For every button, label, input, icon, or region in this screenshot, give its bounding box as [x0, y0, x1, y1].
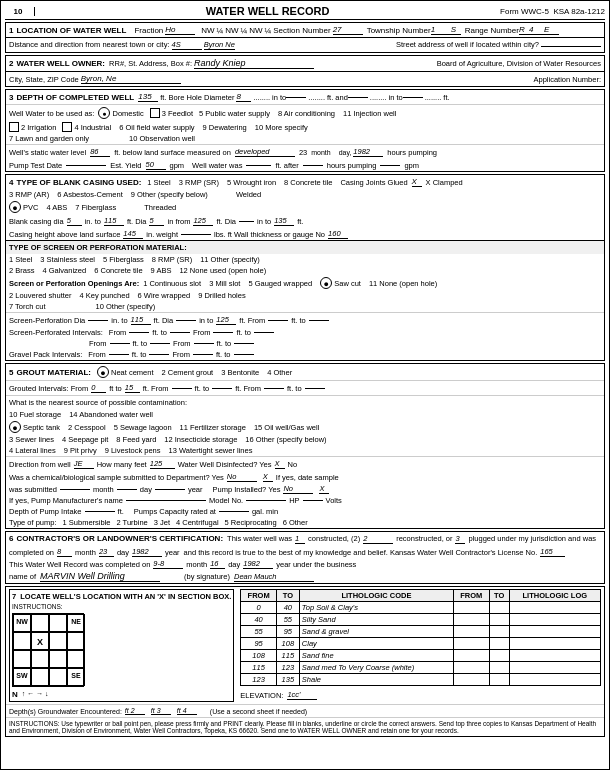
- day-label-s: day: [140, 485, 152, 494]
- contamination-row5: 4 Lateral lines 9 Pit privy 9 Livestock …: [6, 445, 604, 456]
- feed-yard: 8 Feed yard: [116, 435, 156, 444]
- gravel-to1: ft. to: [132, 350, 147, 359]
- footer-text: INSTRUCTIONS: Use typewriter or ball poi…: [6, 717, 604, 736]
- ft-label2: ft. and: [327, 93, 348, 102]
- disinfected-x: X: [275, 459, 285, 469]
- other-label: 10 More specify: [255, 123, 308, 132]
- other-grout: 4 Other: [267, 368, 292, 377]
- ft1: ft 2: [125, 707, 145, 715]
- plugged-val: 3: [455, 534, 465, 544]
- irrigation-label: 2 Irrigation: [21, 123, 56, 132]
- screen-galv: 4 Galvanized: [42, 266, 86, 275]
- screen-row1: 1 Steel 3 Stainless steel 5 Fiberglass 8…: [6, 254, 604, 265]
- est-yield-label: Est. Yield: [110, 161, 141, 170]
- contamination-row: What is the nearest source of possible c…: [6, 395, 604, 409]
- township-label: Township Number: [367, 26, 431, 35]
- grid-se: SE: [67, 668, 85, 686]
- in-to-s: in. to: [111, 316, 127, 325]
- insecticide: 12 Insecticide storage: [164, 435, 237, 444]
- lbs-label: lbs. ft Wall thickness or gauge No: [214, 230, 325, 239]
- screen-rmp: 8 RMP (SR): [152, 255, 192, 264]
- gravel-to2: ft. to: [216, 350, 231, 359]
- street-row: Street address of well if located within…: [305, 40, 601, 50]
- screen-none: 12 None used (open hole): [179, 266, 266, 275]
- ft-to-g2-val: [305, 388, 325, 389]
- gpm: gpm: [170, 161, 185, 170]
- ft-dia-s: ft. Dia: [154, 316, 174, 325]
- in-weight-value: [181, 234, 211, 235]
- elevation-row: ELEVATION: 1cc': [240, 690, 601, 700]
- sewer-lines: 3 Sewer lines: [9, 435, 54, 444]
- log-from2-6: [454, 674, 490, 686]
- section-7-log: 7 LOCATE WELL'S LOCATION WITH AN 'X' IN …: [5, 586, 605, 737]
- screen-row2: 2 Brass 4 Galvanized 6 Concrete tile 9 A…: [6, 265, 604, 276]
- by-label: (by signature): [184, 572, 230, 581]
- month-label-s: month: [93, 485, 114, 494]
- ft-from-g: ft. From: [143, 384, 169, 393]
- pump-x: X: [319, 484, 329, 494]
- livestock: 9 Livestock pens: [105, 446, 161, 455]
- log-row-3: 95 108 Clay: [241, 638, 601, 650]
- model-no: [246, 500, 286, 501]
- direction-label: Direction from well: [9, 460, 71, 469]
- log-from-6: 123: [241, 674, 277, 686]
- observation-label: 10 Observation well: [129, 134, 195, 143]
- neat-label: Neat cement: [111, 368, 154, 377]
- log-from2-4: [454, 650, 490, 662]
- log-desc-6: [509, 674, 600, 686]
- in-to-s-val: 115: [131, 315, 151, 325]
- contamination-row2: 10 Fuel storage 14 Abandoned water well: [6, 409, 604, 420]
- in-to-s2: in to: [199, 316, 213, 325]
- ft3: ft 4: [177, 707, 197, 715]
- casing-row2: 3 RMP (AR) 6 Asbestos-Cement 9 Other (sp…: [6, 189, 604, 200]
- capacity-label: Pumps Capacity rated at: [134, 507, 216, 516]
- log-code-1: Silty Sand: [299, 614, 453, 626]
- screen-abs: 9 ABS: [151, 266, 172, 275]
- cesspool: 2 Cesspool: [68, 423, 106, 432]
- pump-mfr-row: If yes, Pump Manufacturer's name Model N…: [6, 495, 604, 506]
- model-label: Model No.: [209, 496, 243, 505]
- range-label: Range Number: [465, 26, 519, 35]
- log-to2-1: [489, 614, 509, 626]
- from1: From: [109, 328, 127, 337]
- or-label: reconstructed, or: [396, 534, 452, 543]
- fertilizer: 11 Fertilizer storage: [180, 423, 246, 432]
- ft-dia-s-val: [176, 320, 196, 321]
- none2: 11 None (open hole): [369, 279, 437, 288]
- pvc-label: PVC: [23, 203, 38, 212]
- if-yes-label: If yes, date sample: [276, 473, 339, 482]
- seepage-pit: 4 Seepage pit: [62, 435, 108, 444]
- blank-dia-row: Blank casing dia 5 in. to 115 ft. Dia 5 …: [6, 214, 604, 228]
- ft2-label: ........: [425, 93, 442, 102]
- industrial-label: 4 Industrial: [74, 123, 111, 132]
- gravel-to1-val: [149, 354, 169, 355]
- turbine: 2 Turbine: [116, 518, 147, 527]
- log-desc-2: [509, 626, 600, 638]
- completed-row: completed on 8 month 23 day 1982 year an…: [6, 546, 604, 558]
- section-4-num: 4: [9, 178, 13, 187]
- section-6-cert: 6 CONTRACTOR'S OR LANDOWNER'S CERTIFICAT…: [5, 531, 605, 584]
- ft2: ft 3: [151, 707, 171, 715]
- distance-row: Distance and direction from nearest town…: [9, 40, 305, 50]
- continuous: 1 Continuous slot: [143, 279, 201, 288]
- grid-2: [49, 614, 67, 632]
- from2-header: FROM: [454, 590, 490, 602]
- gpm2: [380, 165, 400, 166]
- instructions-label: INSTRUCTIONS:: [12, 603, 231, 610]
- log-code-0: Top Soil & Clay's: [299, 602, 453, 614]
- contamination-row3: ● Septic tank 2 Cesspool 5 Sewage lagoon…: [6, 420, 604, 434]
- how-many-label: How many feet: [97, 460, 147, 469]
- ft-from-g2-val: [264, 388, 284, 389]
- ft-after: ft. after: [275, 161, 298, 170]
- fraction-value: Ho: [165, 25, 195, 35]
- irrigation-box: [9, 122, 19, 132]
- log-row-5: 115 123 Sand med To Very Coarse (white): [241, 662, 601, 674]
- torch-cut: 7 Torch cut: [9, 302, 46, 311]
- in-value: [286, 97, 306, 98]
- elevation-value: 1cc': [287, 690, 317, 700]
- to4: ft. to: [217, 339, 232, 348]
- ft-to-s: ft. to: [291, 316, 306, 325]
- bio-x: X: [263, 472, 273, 482]
- from3: From: [89, 339, 107, 348]
- pump-mfr: [126, 500, 206, 501]
